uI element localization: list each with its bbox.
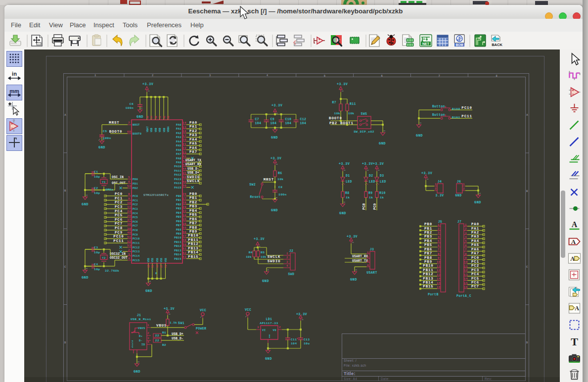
svg-text:PC0: PC0: [115, 192, 123, 196]
svg-text:56: 56: [182, 231, 186, 234]
svg-text:5: 5: [324, 74, 326, 78]
svg-text:37: 37: [127, 218, 131, 222]
svg-text:12: 12: [437, 269, 441, 272]
svg-text:R9: R9: [368, 191, 373, 195]
svg-text:70: 70: [165, 265, 167, 268]
svg-text:R11: R11: [350, 102, 356, 106]
svg-text:1: 1: [367, 251, 369, 254]
svg-text:USB_D-: USB_D-: [187, 167, 199, 171]
svg-text:34: 34: [182, 214, 186, 217]
svg-text:SWCLK: SWCLK: [268, 255, 281, 259]
svg-text:PA7: PA7: [176, 153, 181, 156]
svg-text:+3.3V: +3.3V: [337, 83, 348, 86]
svg-text:4: 4: [367, 264, 369, 267]
svg-text:11: 11: [437, 265, 441, 268]
svg-text:16: 16: [464, 286, 468, 289]
svg-text:10k: 10k: [277, 178, 284, 181]
svg-text:GND: GND: [82, 276, 89, 280]
svg-text:USART: USART: [366, 271, 377, 275]
svg-text:7: 7: [438, 248, 440, 251]
svg-text:100n: 100n: [125, 106, 134, 110]
svg-text:USART_TX: USART_TX: [185, 159, 201, 162]
svg-text:9: 9: [465, 256, 467, 260]
svg-text:PD1: PD1: [133, 183, 138, 186]
svg-text:10k: 10k: [334, 112, 341, 115]
svg-text:NRST: NRST: [133, 124, 140, 127]
svg-text:1k: 1k: [346, 196, 350, 199]
svg-text:7: 7: [128, 121, 130, 125]
svg-text:PC6: PC6: [115, 218, 123, 222]
svg-text:28: 28: [182, 201, 186, 204]
svg-text:55: 55: [182, 226, 186, 230]
svg-text:VDD: VDD: [159, 128, 161, 132]
svg-text:BOOT1: BOOT1: [340, 121, 354, 125]
svg-text:Button: Button: [432, 113, 445, 117]
svg-text:USART_RX: USART_RX: [352, 255, 368, 258]
svg-text:PA0: PA0: [471, 222, 479, 226]
svg-text:D: D: [526, 341, 528, 344]
svg-text:ID: ID: [141, 343, 145, 346]
svg-text:13: 13: [464, 273, 468, 277]
svg-text:2: 2: [367, 255, 369, 259]
svg-text:PA10: PA10: [174, 165, 181, 168]
svg-text:PC9: PC9: [115, 231, 123, 235]
svg-text:PC6: PC6: [471, 281, 479, 285]
svg-text:J4: J4: [438, 180, 442, 184]
svg-text:Title:: Title:: [344, 371, 356, 376]
svg-text:VDD: VDD: [150, 128, 153, 132]
svg-text:2: 2: [279, 326, 281, 329]
svg-text:10: 10: [437, 260, 441, 264]
svg-text:+3.3V: +3.3V: [339, 162, 350, 166]
svg-text:PC1: PC1: [115, 196, 123, 200]
svg-text:B: B: [526, 190, 528, 193]
svg-text:PA7: PA7: [189, 150, 197, 154]
svg-text:D2: D2: [369, 174, 373, 178]
svg-text:GND: GND: [339, 211, 346, 215]
svg-text:PC6: PC6: [133, 221, 138, 224]
svg-text:16: 16: [182, 130, 186, 133]
svg-text:Shield: Shield: [132, 340, 134, 348]
svg-text:PA13: PA13: [174, 178, 181, 181]
svg-text:PC5: PC5: [471, 277, 479, 281]
svg-text:D1: D1: [346, 174, 350, 178]
svg-text:J7: J7: [457, 220, 462, 224]
svg-text:PC10: PC10: [461, 106, 472, 110]
svg-text:VSS: VSS: [147, 258, 150, 262]
svg-text:PB11: PB11: [174, 241, 181, 244]
svg-text:14: 14: [437, 277, 441, 281]
svg-text:C3: C3: [94, 246, 98, 249]
svg-text:4: 4: [465, 236, 467, 239]
svg-text:5: 5: [465, 239, 467, 243]
svg-text:2: 2: [286, 256, 288, 259]
svg-text:62: 62: [182, 251, 186, 255]
svg-text:PA2: PA2: [189, 129, 197, 133]
svg-text:PA1: PA1: [176, 128, 181, 131]
svg-text:PA7: PA7: [471, 251, 479, 255]
svg-text:BOM: BOM: [455, 43, 463, 47]
svg-text:4: 4: [267, 74, 269, 77]
svg-text:6: 6: [381, 74, 383, 78]
svg-text:57: 57: [160, 265, 163, 268]
svg-text:1.5k: 1.5k: [170, 321, 177, 325]
svg-text:J1: J1: [137, 314, 141, 317]
svg-text:PB2: PB2: [189, 200, 197, 204]
svg-text:11: 11: [127, 205, 131, 209]
svg-text:PB10: PB10: [174, 237, 181, 239]
svg-text:OSC_IN: OSC_IN: [112, 176, 124, 179]
svg-text:R7: R7: [332, 101, 336, 104]
svg-text:6: 6: [465, 244, 467, 247]
svg-text:PC12: PC12: [133, 246, 140, 249]
svg-text:C9: C9: [271, 118, 275, 121]
svg-text:PB7: PB7: [189, 221, 197, 225]
svg-text:SWDIO: SWDIO: [187, 175, 200, 179]
svg-text:6: 6: [128, 180, 130, 184]
svg-text:17: 17: [182, 134, 186, 138]
svg-text:VI: VI: [262, 329, 266, 332]
svg-text:8: 8: [465, 252, 467, 256]
svg-text:PB9: PB9: [189, 230, 197, 234]
svg-text:C1: C1: [94, 170, 98, 174]
svg-text:20: 20: [182, 138, 186, 142]
svg-text:GND: GND: [474, 200, 481, 204]
svg-text:6: 6: [438, 244, 440, 247]
svg-text:27: 27: [182, 197, 186, 200]
